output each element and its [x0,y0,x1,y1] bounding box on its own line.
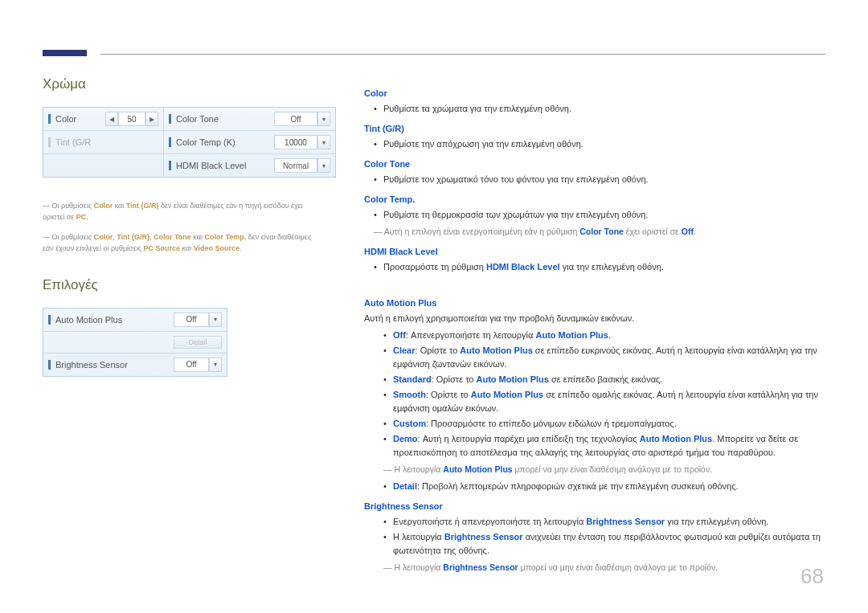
heading-hbl: HDMI Black Level [364,245,826,259]
heading-colortemp: Color Temp. [364,193,826,206]
increment-button[interactable]: ▶ [145,112,158,126]
amp-off: Off: Απενεργοποιήστε τη λειτουργία Auto … [383,329,826,342]
footnote-2: ― Οι ρυθμίσεις Color, Tint (G/R), Color … [43,231,320,255]
dropdown-icon[interactable]: ▼ [209,358,222,372]
section-title-options: Επιλογές [43,277,336,293]
label-amp: Auto Motion Plus [55,315,122,325]
header-accent-bar [43,50,87,56]
label-hdmi: HDMI Black Level [176,161,246,170]
dropdown-icon[interactable]: ▼ [317,112,330,126]
bs-line2: Η λειτουργία Brightness Sensor ανιχνεύει… [383,530,826,558]
hdmi-value[interactable]: Normal [274,158,317,173]
note-amp: ― Η λειτουργία Auto Motion Plus μπορεί ν… [364,463,826,476]
dropdown-icon[interactable]: ▼ [209,313,222,327]
footnote-1: ― Οι ρυθμίσεις Color και Tint (G/R) δεν … [43,200,320,223]
amp-demo: Demo: Αυτή η λειτουργία παρέχει μια επίδ… [383,432,826,460]
page-number: 68 [800,564,824,589]
bs-line1: Ενεργοποιήστε ή απενεργοποιήστε τη λειτο… [383,515,826,529]
panel-cell-brightness: Brightness Sensor Off ▼ [43,353,227,376]
indicator-bar [48,114,51,124]
heading-color: Color [364,87,826,100]
amp-custom: Custom: Προσαρμόστε το επίπεδο μόνιμων ε… [383,417,826,431]
indicator-bar [48,360,51,370]
color-panel: Color ◀ 50 ▶ Color Tone Off ▼ Tint (G/R [43,107,336,178]
indicator-bar [48,315,51,325]
text-color: Ρυθμίστε τα χρώματα για την επιλεγμένη ο… [364,102,826,116]
amp-value[interactable]: Off [174,313,209,327]
indicator-bar [169,137,171,147]
panel-cell-tint: Tint (G/R [43,131,164,154]
note-colortemp: ― Αυτή η επιλογή είναι ενεργοποιημένη εά… [364,225,826,238]
label-colortemp: Color Temp (K) [176,137,235,147]
label-tint: Tint (G/R [55,137,91,147]
indicator-bar [169,161,171,170]
heading-bs: Brightness Sensor [364,500,826,513]
label-color: Color [55,114,76,124]
footnotes: ― Οι ρυθμίσεις Color και Tint (G/R) δεν … [43,200,336,255]
panel-cell-colortone: Color Tone Off ▼ [164,108,335,131]
detail-button[interactable]: Detail [174,336,222,349]
section-title-color: Χρώμα [43,76,336,92]
text-amp-intro: Αυτή η επιλογή χρησιμοποιείται για την π… [364,312,826,325]
panel-cell-color: Color ◀ 50 ▶ [43,108,164,131]
panel-cell-amp: Auto Motion Plus Off ▼ [43,309,227,332]
options-panel: Auto Motion Plus Off ▼ Detail Brightness… [43,308,227,377]
dropdown-icon[interactable]: ▼ [317,135,330,149]
note-bs: ― Η λειτουργία Brightness Sensor μπορεί … [364,561,826,574]
dropdown-icon[interactable]: ▼ [317,158,330,173]
panel-cell-colortemp: Color Temp (K) 10000 ▼ [164,131,335,154]
panel-cell-empty [43,154,164,177]
label-colortone: Color Tone [176,114,219,124]
right-column: Color Ρυθμίστε τα χρώματα για την επιλεγ… [364,80,826,577]
colortemp-value[interactable]: 10000 [274,135,317,149]
heading-tint: Tint (G/R) [364,122,826,136]
header-divider [100,54,825,55]
decrement-button[interactable]: ◀ [105,112,118,126]
indicator-bar [169,114,171,124]
color-value[interactable]: 50 [118,112,145,126]
indicator-bar [48,137,51,147]
amp-smooth: Smooth: Ορίστε το Auto Motion Plus σε επ… [383,388,826,415]
text-colortone: Ρυθμίστε τον χρωματικό τόνο του φόντου γ… [364,173,826,186]
brightness-value[interactable]: Off [174,358,209,372]
colortone-value[interactable]: Off [274,112,317,126]
panel-cell-detail: Detail [43,332,227,353]
text-hbl: Προσαρμόστε τη ρύθμιση HDMI Black Level … [364,260,826,274]
text-colortemp: Ρυθμίστε τη θερμοκρασία των χρωμάτων για… [364,208,826,222]
label-brightness: Brightness Sensor [55,360,128,370]
amp-clear: Clear: Ορίστε το Auto Motion Plus σε επί… [383,344,826,371]
panel-cell-hdmi: HDMI Black Level Normal ▼ [164,154,335,177]
left-column: Χρώμα Color ◀ 50 ▶ Color Tone Off ▼ [43,76,336,377]
text-tint: Ρυθμίστε την απόχρωση για την επιλεγμένη… [364,137,826,151]
heading-colortone: Color Tone [364,157,826,171]
amp-standard: Standard: Ορίστε το Auto Motion Plus σε … [383,373,826,386]
heading-amp: Auto Motion Plus [364,296,826,310]
amp-detail: Detail: Προβολή λεπτομερών πληροφοριών σ… [383,480,826,493]
